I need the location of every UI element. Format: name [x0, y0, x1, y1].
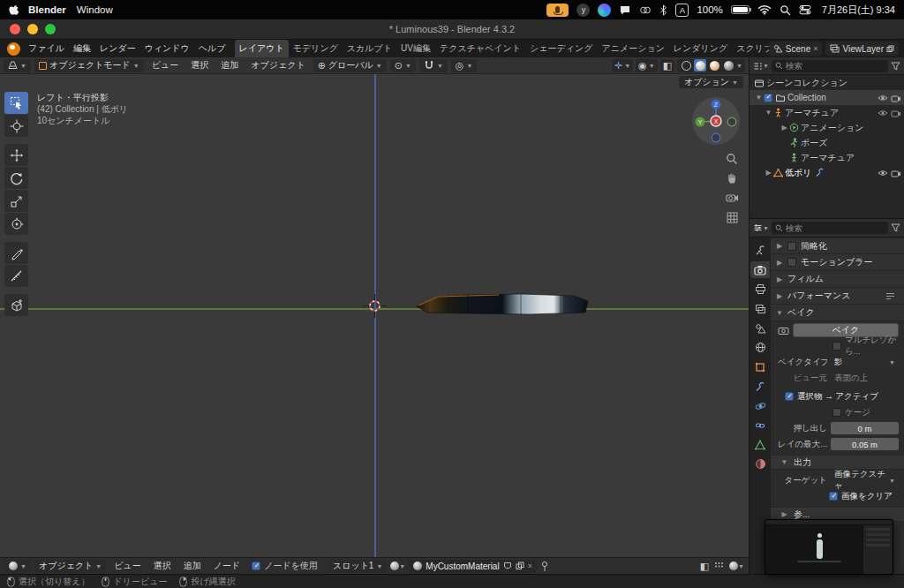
- low-poly-mesh-object[interactable]: [415, 290, 590, 320]
- snap-grid-icon[interactable]: [714, 562, 724, 571]
- disable-render-camera-icon[interactable]: [891, 94, 901, 102]
- outliner-row-armature-object[interactable]: ▼ アーマチュア: [750, 105, 904, 120]
- bluetooth-icon[interactable]: [659, 4, 667, 16]
- workspace-tab-animation[interactable]: アニメーション: [597, 40, 668, 57]
- knot-icon[interactable]: [639, 4, 652, 16]
- properties-tab-view-layer[interactable]: [750, 300, 770, 317]
- shader-menu-add[interactable]: 追加: [179, 560, 206, 572]
- panel-performance[interactable]: ▶ パフォーマンス: [771, 288, 904, 305]
- macos-app-menu[interactable]: Blender: [28, 4, 66, 15]
- chat-icon[interactable]: [619, 4, 631, 16]
- shader-menu-select[interactable]: 選択: [149, 560, 176, 572]
- target-dropdown[interactable]: 画像テクスチャ ▼: [831, 474, 899, 486]
- properties-tab-render[interactable]: [750, 261, 770, 278]
- workspace-tab-rendering[interactable]: レンダリング: [669, 40, 732, 57]
- toggle-ortho-button[interactable]: [723, 208, 741, 226]
- outliner-row-pose[interactable]: ポーズ: [750, 135, 904, 150]
- chevron-right-icon[interactable]: ▶: [764, 169, 773, 177]
- viewlayer-selector[interactable]: ViewLayer: [825, 41, 899, 56]
- move-tool[interactable]: [4, 144, 28, 166]
- hide-eye-icon[interactable]: [878, 109, 888, 117]
- panel-film[interactable]: ▶ フィルム: [771, 271, 904, 288]
- menu-render[interactable]: レンダー: [95, 42, 140, 55]
- measure-tool[interactable]: [4, 265, 28, 287]
- scene-selector[interactable]: Scene ×: [769, 41, 823, 56]
- tool-options-button[interactable]: オプション ▼: [679, 76, 743, 88]
- panel-bake[interactable]: ▼ ベイク: [771, 305, 904, 321]
- properties-tab-scene[interactable]: [750, 320, 770, 336]
- select-box-tool[interactable]: [4, 92, 28, 114]
- outliner-row-armature-data[interactable]: アーマチュア: [750, 150, 904, 165]
- transform-orientation-selector[interactable]: ⊕ グローバル ▼: [313, 59, 387, 72]
- search-icon[interactable]: [780, 4, 791, 16]
- properties-tab-modifiers[interactable]: [750, 378, 770, 395]
- disable-render-camera-icon[interactable]: [891, 169, 901, 177]
- transform-tool[interactable]: [4, 213, 28, 235]
- panel-simplify[interactable]: ▶ 簡略化: [771, 237, 904, 254]
- shader-editor-type-selector[interactable]: ▼: [4, 560, 31, 573]
- gizmo-y-neg-axis[interactable]: [727, 117, 736, 126]
- render-preview-window[interactable]: [765, 519, 893, 575]
- clear-image-checkbox[interactable]: [829, 492, 838, 501]
- app-status-icon[interactable]: y: [576, 4, 590, 17]
- shading-material-button[interactable]: [708, 59, 720, 72]
- rotate-tool[interactable]: [4, 167, 28, 189]
- shading-solid-button[interactable]: [694, 59, 706, 72]
- properties-tab-constraints[interactable]: [750, 417, 770, 433]
- mic-indicator[interactable]: [546, 4, 569, 17]
- cursor-tool[interactable]: [4, 115, 28, 137]
- pivot-point-selector[interactable]: ⊙▼: [390, 59, 416, 72]
- hide-eye-icon[interactable]: [878, 169, 888, 177]
- viewport-menu-object[interactable]: オブジェクト: [246, 59, 309, 72]
- scale-tool[interactable]: [4, 190, 28, 212]
- collection-checkbox[interactable]: [764, 94, 772, 102]
- outliner-row-collection[interactable]: ▼ Collection: [750, 90, 904, 105]
- xray-toggle[interactable]: ◧: [660, 59, 674, 72]
- use-nodes-toggle[interactable]: ノードを使用: [252, 560, 318, 572]
- split-area-icon[interactable]: ◧: [700, 562, 709, 571]
- outliner-row-scene-collection[interactable]: シーンコレクション: [750, 75, 904, 90]
- use-nodes-checkbox[interactable]: [252, 562, 260, 570]
- hide-eye-icon[interactable]: [878, 94, 888, 102]
- cage-checkbox[interactable]: [832, 408, 841, 417]
- workspace-tab-uv-editing[interactable]: UV編集: [396, 40, 435, 57]
- panel-motion-blur[interactable]: ▶ モーションブラー: [771, 254, 904, 271]
- properties-tab-world[interactable]: [750, 339, 770, 356]
- selected-to-active-checkbox[interactable]: [785, 392, 794, 401]
- chevron-down-icon[interactable]: ▼: [754, 94, 764, 102]
- menu-edit[interactable]: 編集: [69, 42, 95, 55]
- shader-menu-view[interactable]: ビュー: [109, 560, 145, 572]
- menu-file[interactable]: ファイル: [24, 42, 69, 55]
- preset-icon[interactable]: [885, 292, 895, 300]
- wifi-icon[interactable]: [757, 4, 772, 15]
- apple-menu-icon[interactable]: [9, 4, 19, 16]
- copy-material-icon[interactable]: [516, 562, 524, 570]
- properties-tab-material[interactable]: [750, 456, 770, 472]
- menu-help[interactable]: ヘルプ: [194, 42, 230, 55]
- pan-view-button[interactable]: [723, 170, 741, 187]
- properties-tab-output[interactable]: [750, 281, 770, 298]
- menubar-clock[interactable]: 7月26日(土) 9:34: [822, 4, 895, 17]
- chevron-right-icon[interactable]: ▶: [780, 124, 789, 132]
- outliner-search-input[interactable]: [786, 61, 885, 71]
- workspace-tab-scripting[interactable]: スクリプト作成: [732, 40, 769, 57]
- motion-blur-checkbox[interactable]: [787, 258, 796, 267]
- unlink-material-icon[interactable]: ×: [528, 562, 532, 570]
- workspace-tab-layout[interactable]: レイアウト: [235, 40, 289, 57]
- workspace-tab-modeling[interactable]: モデリング: [289, 40, 343, 57]
- macos-menu-window[interactable]: Window: [77, 4, 113, 15]
- snap-selector[interactable]: ▼: [419, 59, 448, 72]
- properties-editor-type-selector[interactable]: ▼: [753, 223, 769, 232]
- overlays-toggle[interactable]: ◉▼: [636, 59, 658, 72]
- outliner-filter-button[interactable]: [891, 62, 900, 71]
- assistant-swirl-icon[interactable]: [598, 4, 611, 17]
- from-multires-checkbox[interactable]: [832, 342, 841, 351]
- viewport-menu-add[interactable]: 追加: [216, 59, 243, 72]
- shader-type-selector[interactable]: オブジェクト ▼: [34, 560, 106, 573]
- material-slot-selector[interactable]: スロット1 ▼: [328, 560, 387, 573]
- browse-material-button[interactable]: ▼: [390, 562, 405, 570]
- properties-search-input[interactable]: [786, 223, 885, 233]
- proportional-edit-selector[interactable]: ◎▼: [451, 59, 478, 72]
- properties-tab-tool[interactable]: [750, 242, 770, 259]
- shading-rendered-button[interactable]: [722, 59, 734, 72]
